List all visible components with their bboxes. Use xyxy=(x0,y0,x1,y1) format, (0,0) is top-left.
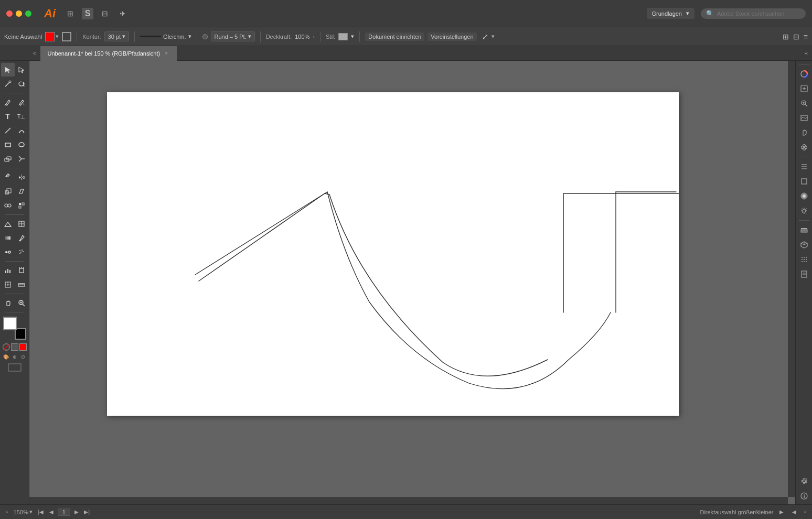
perspective-tool[interactable] xyxy=(1,217,15,231)
tool-divider-2 xyxy=(5,168,24,168)
minimize-button[interactable] xyxy=(16,10,22,17)
workspace-selector[interactable]: Grundlagen ▾ xyxy=(647,8,695,19)
lasso-tool[interactable] xyxy=(15,77,28,91)
rp-rect-btn[interactable] xyxy=(798,175,810,188)
tool-divider-5 xyxy=(5,294,24,294)
screen-mode-toggle[interactable] xyxy=(8,363,22,373)
vertical-scrollbar[interactable] xyxy=(788,61,795,497)
rp-color-wheel-btn[interactable] xyxy=(798,68,810,80)
gradient-mode-btn[interactable]: ⊛ xyxy=(11,353,18,361)
none-swatch-btn[interactable] xyxy=(3,343,10,351)
zoom-tool[interactable] xyxy=(15,296,28,310)
status-arrow-right[interactable]: ▶ xyxy=(777,508,786,516)
page-input[interactable] xyxy=(58,509,70,516)
panel-right-icon[interactable]: ⊟ xyxy=(793,33,799,41)
chevron-down-icon4: ▾ xyxy=(351,33,354,40)
rp-zoom-in-btn[interactable] xyxy=(798,97,810,110)
kontur-value-btn[interactable]: 30 pt ▾ xyxy=(104,31,129,41)
magic-wand-tool[interactable] xyxy=(1,77,15,91)
rp-magnify-btn[interactable] xyxy=(798,82,810,95)
svg-point-30 xyxy=(5,251,7,253)
stroke-color-swatch[interactable] xyxy=(62,32,71,41)
status-collapse-right[interactable]: « xyxy=(803,509,808,515)
select-tool[interactable] xyxy=(1,63,15,77)
direct-select-tool[interactable] xyxy=(15,63,28,77)
rp-info-btn[interactable]: i xyxy=(798,490,810,502)
reflect-tool[interactable] xyxy=(15,170,28,184)
plane-icon[interactable]: ✈ xyxy=(116,7,129,20)
svg-line-88 xyxy=(806,212,807,213)
rp-grid-dots-btn[interactable] xyxy=(798,253,810,266)
type-tool[interactable]: T xyxy=(1,110,15,123)
stil-swatch[interactable] xyxy=(338,33,348,40)
chevron-down-icon2: ▾ xyxy=(188,33,191,40)
symbol-spray-tool[interactable] xyxy=(15,245,28,259)
arc-tool[interactable] xyxy=(15,124,28,137)
pen-tool[interactable] xyxy=(1,95,15,109)
status-arrow-left[interactable]: ◀ xyxy=(790,508,798,516)
document-tab[interactable]: Unbenannt-1* bei 150 % (RGB/Pfadansicht)… xyxy=(40,46,178,61)
search-input[interactable] xyxy=(717,10,800,17)
tab-close-btn[interactable]: × xyxy=(163,50,169,57)
rp-3dbox-btn[interactable] xyxy=(798,239,810,251)
rp-image-btn[interactable] xyxy=(798,112,810,124)
eyedropper-tool[interactable] xyxy=(15,231,28,245)
collapse-left-btn[interactable]: « xyxy=(29,50,40,56)
ellipse-tool[interactable] xyxy=(15,138,28,152)
nav-start-btn[interactable]: |◀ xyxy=(37,508,45,516)
s-icon[interactable]: S xyxy=(82,8,93,19)
fg-color-swatch[interactable] xyxy=(3,317,17,330)
hamburger-icon[interactable]: ≡ xyxy=(804,33,808,41)
shape-builder-tool[interactable] xyxy=(1,199,15,212)
artboard-tool[interactable] xyxy=(15,264,28,277)
stroke-mode-btn[interactable] xyxy=(19,343,27,351)
collapse-right-btn[interactable]: « xyxy=(800,50,812,56)
color-mode-btn[interactable]: 🎨 xyxy=(3,353,10,361)
mesh-tool[interactable] xyxy=(15,217,28,231)
grid-large-icon[interactable]: ⊟ xyxy=(99,7,111,20)
nav-end-btn[interactable]: ▶| xyxy=(83,508,91,516)
maximize-button[interactable] xyxy=(25,10,31,17)
tool-divider-1 xyxy=(5,93,24,93)
dokument-btn[interactable]: Dokument einrichten xyxy=(365,33,424,41)
grid-small-icon[interactable]: ⊞ xyxy=(64,7,77,20)
vertical-type-tool[interactable]: T⊥ xyxy=(15,110,28,123)
nav-prev-btn[interactable]: ◀ xyxy=(47,508,56,516)
slice-tool[interactable] xyxy=(1,278,15,291)
rotate-tool[interactable] xyxy=(1,170,15,184)
search-bar[interactable]: 🔍 xyxy=(701,8,806,19)
anchor-add-tool[interactable]: + xyxy=(15,95,28,109)
none-mode-btn[interactable]: ∅ xyxy=(19,353,27,361)
scissors-tool[interactable] xyxy=(15,152,28,166)
hand-tool[interactable] xyxy=(1,296,15,310)
nav-next-btn[interactable]: ▶ xyxy=(72,508,81,516)
eraser-tool[interactable] xyxy=(1,152,15,166)
live-paint-tool[interactable] xyxy=(15,199,28,212)
fill-color-swatch[interactable] xyxy=(45,32,55,41)
rp-hand-btn[interactable] xyxy=(798,126,810,139)
fill-mode-btn[interactable] xyxy=(11,343,18,351)
ruler-tool[interactable] xyxy=(15,278,28,291)
voreinstellungen-btn[interactable]: Voreinstellungen xyxy=(428,33,476,41)
gradient-tool[interactable] xyxy=(1,231,15,245)
shear-tool[interactable] xyxy=(15,185,28,198)
horizontal-scrollbar[interactable] xyxy=(29,497,788,504)
column-graph-tool[interactable] xyxy=(1,264,15,277)
arrange-icon[interactable]: ⤢ xyxy=(482,33,488,41)
rp-gradient-circle-btn[interactable] xyxy=(798,190,810,202)
rp-layers-btn[interactable] xyxy=(798,224,810,236)
rp-document-btn[interactable] xyxy=(798,268,810,280)
rp-sunburst-btn[interactable] xyxy=(798,204,810,217)
status-collapse-left[interactable]: » xyxy=(4,509,9,515)
rp-gear-btn[interactable] xyxy=(798,475,810,488)
rp-clover-btn[interactable] xyxy=(798,141,810,154)
close-button[interactable] xyxy=(6,10,13,17)
panel-toggle-icon[interactable]: ⊞ xyxy=(783,33,789,41)
blend-tool[interactable] xyxy=(1,245,15,259)
line-tool[interactable] xyxy=(1,124,15,137)
brush-btn[interactable]: Rund – 5 Pt. ▾ xyxy=(211,31,255,41)
scale-tool[interactable] xyxy=(1,185,15,198)
rect-tool[interactable] xyxy=(1,138,15,152)
rp-lines-btn[interactable] xyxy=(798,160,810,173)
tool-row-9 xyxy=(0,185,29,198)
